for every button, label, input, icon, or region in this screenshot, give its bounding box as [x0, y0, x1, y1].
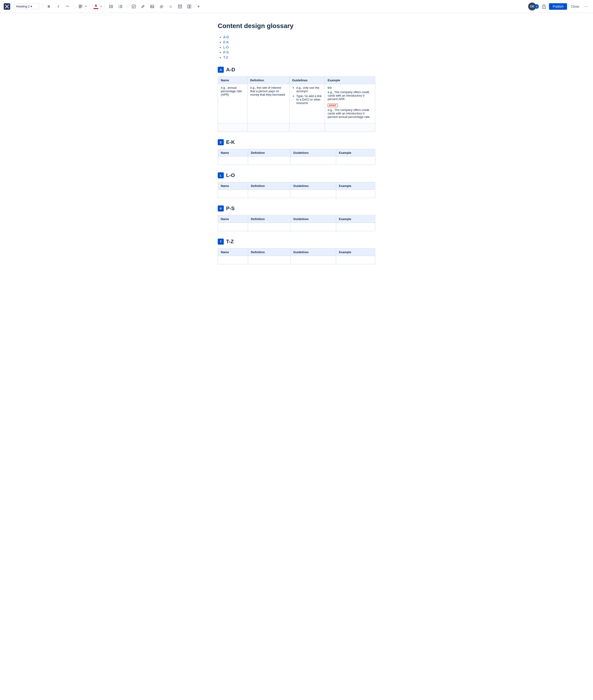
page-title[interactable]: Content design glossary: [218, 22, 375, 30]
section-heading-t-z: T-Z: [226, 239, 234, 245]
table-button[interactable]: [176, 3, 184, 10]
image-button[interactable]: [149, 3, 156, 10]
table-row[interactable]: [218, 157, 375, 165]
table-p-s: NameDefinitionGuidelinesExample: [218, 215, 375, 231]
example-text: e.g., The company offers credit cards wi…: [327, 90, 372, 101]
svg-rect-17: [132, 5, 135, 8]
toolbar-right: CK + Publish Close ···: [528, 3, 589, 10]
cell-definition: e.g., the rate of interest that a person…: [247, 84, 289, 123]
svg-point-19: [151, 6, 152, 6]
mention-button[interactable]: @: [158, 3, 165, 10]
cell-empty: [290, 157, 336, 165]
table-row[interactable]: [218, 123, 375, 132]
table-header-name: Name: [218, 77, 247, 84]
toc-link-e-k[interactable]: E-K: [223, 40, 229, 44]
table-header-guidelines: Guidelines: [290, 216, 336, 223]
section-header-t-z: TT-Z: [218, 239, 375, 245]
numbered-list-button[interactable]: 1.2.3.: [117, 3, 124, 10]
cell-empty: [218, 157, 248, 165]
more-format-button[interactable]: ···: [64, 3, 71, 10]
svg-rect-1: [79, 5, 82, 5]
emoji-button[interactable]: ☺: [167, 3, 174, 10]
cell-empty: [218, 123, 247, 132]
svg-rect-2: [79, 6, 82, 6]
link-button[interactable]: [139, 3, 147, 10]
table-header-name: Name: [218, 149, 248, 157]
toc-link-p-s[interactable]: P-S: [223, 50, 229, 54]
table-t-z: NameDefinitionGuidelinesExample: [218, 248, 375, 264]
do-badge: DO: [327, 86, 332, 89]
table-row[interactable]: [218, 190, 375, 198]
cell-empty: [290, 223, 336, 231]
cell-empty: [247, 123, 289, 132]
cell-empty: [336, 256, 375, 264]
svg-rect-18: [151, 5, 154, 8]
color-indicator: [93, 8, 98, 9]
toolbar-divider-1: [42, 4, 42, 9]
table-header-guidelines: Guidelines: [290, 248, 336, 256]
svg-rect-3: [79, 7, 82, 7]
bold-button[interactable]: B: [45, 3, 52, 10]
app-logo[interactable]: [4, 3, 10, 10]
section-heading-l-o: L-O: [226, 172, 235, 178]
cell-empty: [218, 223, 248, 231]
svg-rect-14: [120, 6, 122, 7]
color-dropdown-icon[interactable]: ▾: [101, 5, 102, 8]
table-e-k: NameDefinitionGuidelinesExample: [218, 149, 375, 165]
table-header-definition: Definition: [248, 182, 290, 190]
table-header-definition: Definition: [248, 216, 290, 223]
add-collaborator-button[interactable]: +: [534, 4, 539, 9]
layout-button[interactable]: [186, 3, 193, 10]
section-heading-e-k: E-K: [226, 139, 235, 145]
svg-rect-12: [120, 5, 122, 6]
text-color-button[interactable]: A: [92, 3, 100, 10]
section-badge-t-z: T: [218, 239, 224, 245]
heading-dropdown-icon: ▾: [31, 5, 32, 8]
table-row[interactable]: [218, 223, 375, 231]
example-text: e.g., The company offers credit cards wi…: [327, 108, 372, 119]
cell-empty: [336, 157, 375, 165]
bullet-list-button[interactable]: [108, 3, 115, 10]
cell-empty: [248, 157, 290, 165]
toc-link-l-o[interactable]: L-O: [223, 45, 229, 49]
more-options-button[interactable]: ···: [583, 3, 589, 10]
section-heading-p-s: P-S: [226, 205, 235, 211]
cell-empty: [325, 123, 375, 132]
more-insert-button[interactable]: +: [195, 3, 202, 10]
close-button[interactable]: Close: [569, 3, 581, 10]
heading-select[interactable]: Heading 2 ▾: [14, 3, 39, 9]
table-row[interactable]: e.g., annual percentage rate (APR)e.g., …: [218, 84, 375, 123]
svg-point-9: [109, 7, 110, 8]
italic-button[interactable]: I: [54, 3, 62, 10]
svg-point-26: [544, 7, 544, 8]
svg-point-5: [109, 5, 110, 6]
toc-list: A-DE-KL-OP-ST-Z: [218, 35, 375, 59]
table-a-d: NameDefinitionGuidelinesExamplee.g., ann…: [218, 76, 375, 132]
section-header-p-s: PP-S: [218, 205, 375, 211]
cell-empty: [248, 190, 290, 198]
svg-rect-6: [111, 5, 113, 6]
table-header-definition: Definition: [248, 149, 290, 157]
toolbar-divider-3: [89, 4, 89, 9]
svg-rect-4: [79, 8, 81, 8]
table-header-name: Name: [218, 248, 248, 256]
cell-empty: [336, 190, 375, 198]
task-button[interactable]: [130, 3, 137, 10]
table-header-definition: Definition: [247, 77, 289, 84]
svg-rect-10: [111, 7, 113, 8]
table-header-example: Example: [336, 216, 375, 223]
toc-link-a-d[interactable]: A-D: [223, 35, 229, 39]
table-header-definition: Definition: [248, 248, 290, 256]
table-row[interactable]: [218, 256, 375, 264]
table-header-example: Example: [336, 149, 375, 157]
align-dropdown-icon[interactable]: ▾: [85, 5, 86, 8]
table-header-example: Example: [336, 248, 375, 256]
table-header-guidelines: Guidelines: [290, 149, 336, 157]
lock-button[interactable]: [541, 3, 547, 10]
editor-area: Content design glossary A-DE-KL-OP-ST-Z …: [208, 13, 385, 290]
toc-link-t-z[interactable]: T-Z: [223, 55, 228, 59]
section-badge-l-o: L: [218, 172, 224, 178]
table-header-example: Example: [325, 77, 375, 84]
publish-button[interactable]: Publish: [549, 3, 567, 10]
align-button[interactable]: [77, 3, 84, 10]
